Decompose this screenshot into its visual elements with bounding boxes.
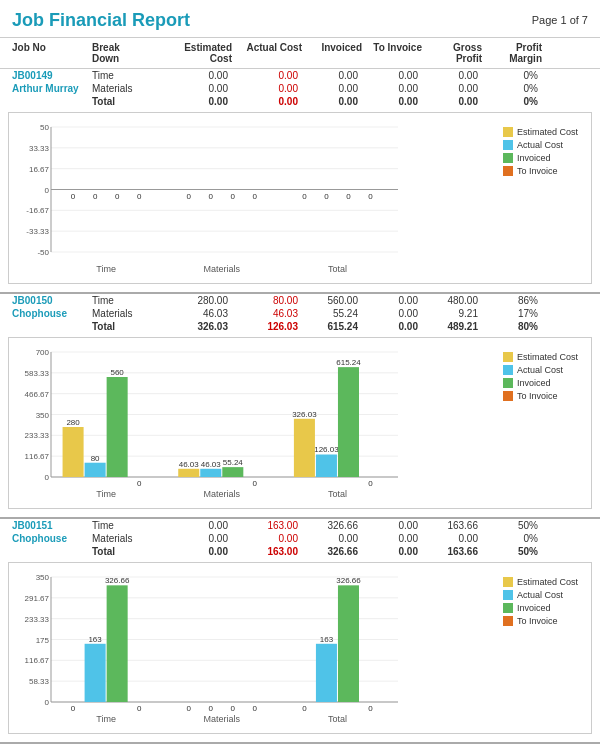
svg-text:33.33: 33.33 [29,144,50,153]
to-invoice-cell: 0.00 [362,533,422,544]
svg-text:280: 280 [66,418,80,427]
job-id: JB00150 [12,295,92,306]
svg-text:326.66: 326.66 [105,576,130,585]
legend-color-invoiced [503,603,513,613]
breakdown-cell: Total [92,546,162,557]
job-row: JB00149Time0.000.000.000.000.000% [0,69,600,82]
legend-label-estimated: Estimated Cost [517,352,578,362]
to-invoice-cell: 0.00 [362,83,422,94]
chart-svg: 350291.67233.33175116.6758.3300163326.66… [13,567,497,727]
svg-text:Time: Time [96,714,116,724]
actual-cost-cell: 0.00 [232,533,302,544]
legend-color-actual [503,365,513,375]
svg-rect-124 [338,585,359,702]
breakdown-cell: Materials [92,533,162,544]
est-cost-cell: 46.03 [162,308,232,319]
svg-text:0: 0 [137,704,142,713]
est-cost-cell: 326.03 [162,321,232,332]
svg-rect-104 [85,644,106,702]
chart-area: 350291.67233.33175116.6758.3300163326.66… [13,567,497,729]
legend-label-invoiced: Invoiced [517,603,551,613]
page-header: Job Financial Report Page 1 of 7 [0,0,600,38]
legend-invoiced: Invoiced [503,603,587,613]
jobs-container: JB00149Time0.000.000.000.000.000%Arthur … [0,69,600,744]
svg-rect-81 [338,367,359,477]
svg-text:80: 80 [91,454,100,463]
job-name: Arthur Murray [12,83,92,94]
breakdown-cell: Total [92,96,162,107]
gross-profit-cell: 163.66 [422,546,482,557]
profit-margin-cell: 86% [482,295,542,306]
svg-text:0: 0 [71,192,76,201]
breakdown-cell: Materials [92,83,162,94]
svg-text:Time: Time [96,489,116,499]
svg-text:0: 0 [324,192,329,201]
svg-text:0: 0 [187,192,192,201]
profit-margin-cell: 0% [482,70,542,81]
svg-text:0: 0 [368,192,373,201]
to-invoice-cell: 0.00 [362,321,422,332]
legend-color-estimated [503,127,513,137]
actual-cost-cell: 0.00 [232,83,302,94]
invoiced-cell: 326.66 [302,546,362,557]
chart-legend: Estimated Cost Actual Cost Invoiced To I… [497,117,587,179]
legend-estimated-cost: Estimated Cost [503,127,587,137]
svg-text:-50: -50 [37,248,49,257]
svg-text:560: 560 [110,368,124,377]
job-row: Total0.000.000.000.000.000% [0,95,600,108]
chart-svg: 5033.3316.670-16.67-33.33-500000Time0000… [13,117,497,277]
job-row: Arthur MurrayMaterials0.000.000.000.000.… [0,82,600,95]
profit-margin-cell: 80% [482,321,542,332]
svg-text:350: 350 [36,411,50,420]
chart-svg: 700583.33466.67350233.33116.670280805600… [13,342,497,502]
job-section-JB00149: JB00149Time0.000.000.000.000.000%Arthur … [0,69,600,294]
actual-cost-cell: 46.03 [232,308,302,319]
svg-text:Total: Total [328,264,347,274]
est-cost-cell: 0.00 [162,546,232,557]
profit-margin-cell: 17% [482,308,542,319]
svg-text:46.03: 46.03 [201,460,222,469]
breakdown-cell: Total [92,321,162,332]
svg-rect-77 [294,419,315,477]
gross-profit-cell: 480.00 [422,295,482,306]
chart-container: 700583.33466.67350233.33116.670280805600… [8,337,592,509]
profit-margin-cell: 0% [482,96,542,107]
legend-color-invoiced [503,378,513,388]
svg-text:0: 0 [231,704,236,713]
svg-text:583.33: 583.33 [25,369,50,378]
chart-container: 350291.67233.33175116.6758.3300163326.66… [8,562,592,734]
profit-margin-cell: 50% [482,520,542,531]
svg-text:126.03: 126.03 [314,445,339,454]
svg-text:Time: Time [96,264,116,274]
legend-label-estimated: Estimated Cost [517,577,578,587]
actual-cost-cell: 126.03 [232,321,302,332]
svg-text:16.67: 16.67 [29,165,50,174]
legend-color-actual [503,590,513,600]
breakdown-cell: Materials [92,308,162,319]
legend-estimated-cost: Estimated Cost [503,577,587,587]
est-cost-cell: 0.00 [162,520,232,531]
legend-to-invoice: To Invoice [503,166,587,176]
legend-color-to-invoice [503,616,513,626]
chart-container: 5033.3316.670-16.67-33.33-500000Time0000… [8,112,592,284]
est-cost-cell: 0.00 [162,70,232,81]
svg-rect-70 [200,469,221,477]
job-name-empty [12,96,92,107]
legend-actual-cost: Actual Cost [503,140,587,150]
to-invoice-cell: 0.00 [362,308,422,319]
job-row: ChophouseMaterials0.000.000.000.000.000% [0,532,600,545]
job-name: Chophouse [12,533,92,544]
invoiced-cell: 0.00 [302,96,362,107]
profit-margin-cell: 50% [482,546,542,557]
legend-color-estimated [503,577,513,587]
svg-rect-72 [222,467,243,477]
legend-label-estimated: Estimated Cost [517,127,578,137]
chart-legend: Estimated Cost Actual Cost Invoiced To I… [497,567,587,629]
svg-text:233.33: 233.33 [25,431,50,440]
col-profit-margin: ProfitMargin [482,42,542,64]
svg-text:116.67: 116.67 [25,452,50,461]
page-info: Page 1 of 7 [532,10,588,26]
col-gross-profit: GrossProfit [422,42,482,64]
svg-text:466.67: 466.67 [25,390,50,399]
svg-text:0: 0 [45,698,50,707]
